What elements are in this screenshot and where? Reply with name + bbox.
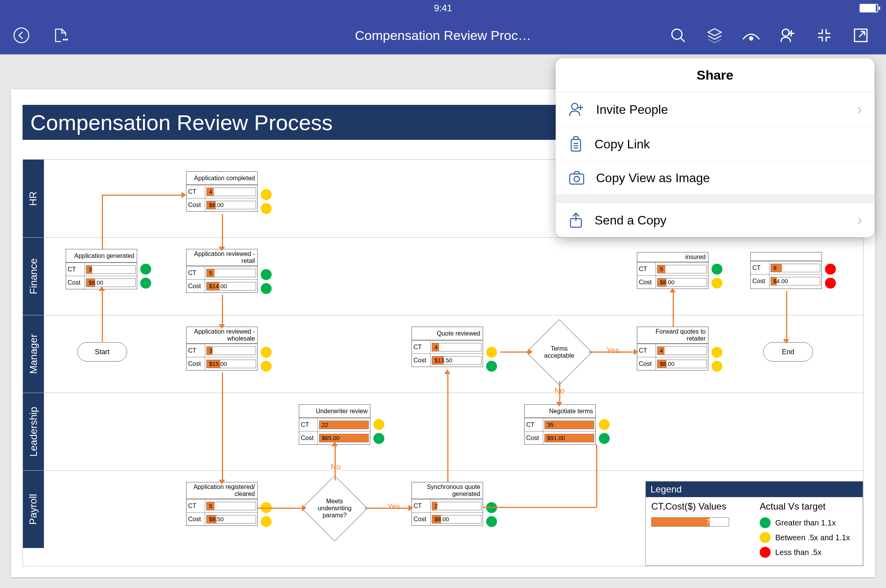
legend: Legend CT,Cost($) Values 75 Actual Vs ta… <box>645 481 863 566</box>
svg-rect-10 <box>570 174 584 184</box>
process-underwriter-review[interactable]: Underwriter reviewCT22Cost$65.00 <box>299 404 370 445</box>
svg-point-5 <box>750 37 753 40</box>
svg-point-3 <box>67 39 68 40</box>
file-button[interactable] <box>51 26 70 45</box>
start-node[interactable]: Start <box>77 342 127 362</box>
share-title: Share <box>556 58 874 92</box>
document-title: Compensation Review Proc… <box>355 28 531 43</box>
process-application-generated[interactable]: Application generatedCT3Cost$8.00 <box>66 249 137 289</box>
layers-button[interactable] <box>705 26 724 45</box>
back-button[interactable] <box>12 26 31 45</box>
share-copy-view-image[interactable]: Copy View as Image <box>556 162 874 195</box>
process-application-reviewed-retail[interactable]: Application reviewed - retailCT5Cost$14.… <box>186 249 258 293</box>
svg-point-1 <box>63 39 64 40</box>
share-button[interactable] <box>778 26 797 45</box>
expand-button[interactable] <box>851 26 870 45</box>
process-application-registered[interactable]: Application registered/ clearedCT5Cost$8… <box>186 482 258 526</box>
view-button[interactable] <box>741 26 761 45</box>
process-synchronous-quote[interactable]: Synchronous quote generatedCT2Cost$8.00 <box>412 482 483 526</box>
process-application-completed[interactable]: Application completedCT4Cost$8.00 <box>186 171 258 212</box>
svg-point-0 <box>14 28 29 43</box>
process-negotiate-terms[interactable]: Negotiate termsCT35Cost$91.00 <box>524 404 596 445</box>
process-insured[interactable]: insuredCT5Cost$8.00 <box>637 252 708 289</box>
process-application-reviewed-wholesale[interactable]: Application reviewed - wholesaleCT3Cost$… <box>186 327 258 371</box>
status-time: 9:41 <box>434 3 452 14</box>
search-button[interactable] <box>668 26 688 45</box>
battery-icon <box>860 4 878 12</box>
share-send-copy[interactable]: Send a Copy› <box>556 203 874 237</box>
status-bar: 9:41 <box>0 0 886 16</box>
share-copy-link[interactable]: Copy Link <box>556 127 874 162</box>
svg-point-8 <box>572 103 578 110</box>
process-forward-quotes[interactable]: Forward quotes to retailerCT4Cost$8.00 <box>637 327 708 371</box>
end-node[interactable]: End <box>763 342 813 362</box>
process-quote-reviewed[interactable]: Quote reviewedCT4Cost$13.50 <box>412 327 483 367</box>
share-popover: Share Invite People› Copy Link Copy View… <box>556 58 874 237</box>
lane-leadership: Leadership <box>23 393 863 470</box>
chevron-right-icon: › <box>857 101 862 118</box>
svg-point-11 <box>574 176 579 182</box>
svg-point-2 <box>65 39 66 40</box>
decision-meets-params[interactable]: Meets underwriting params? <box>311 485 358 532</box>
svg-point-6 <box>782 29 789 36</box>
chevron-right-icon: › <box>857 212 862 228</box>
share-invite-people[interactable]: Invite People› <box>556 92 874 127</box>
process-box-12[interactable]: CT8Cost$4.00 <box>750 252 822 289</box>
toolbar: Compensation Review Proc… <box>0 16 886 54</box>
collapse-button[interactable] <box>814 26 834 45</box>
decision-terms-acceptable[interactable]: Terms acceptable <box>536 329 583 376</box>
svg-point-4 <box>672 29 682 39</box>
